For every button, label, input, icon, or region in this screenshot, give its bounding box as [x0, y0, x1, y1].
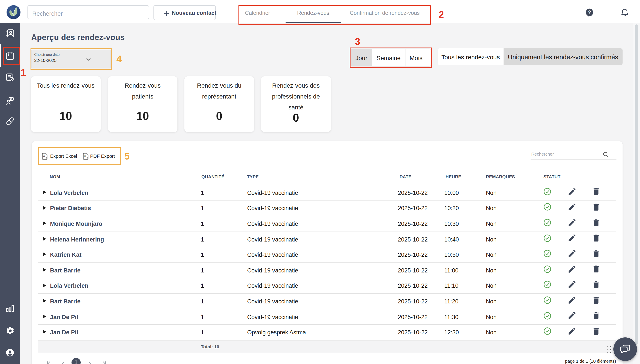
- svg-text:A: A: [84, 154, 86, 157]
- svg-text:X: X: [43, 154, 45, 157]
- svg-text:?: ?: [588, 10, 592, 15]
